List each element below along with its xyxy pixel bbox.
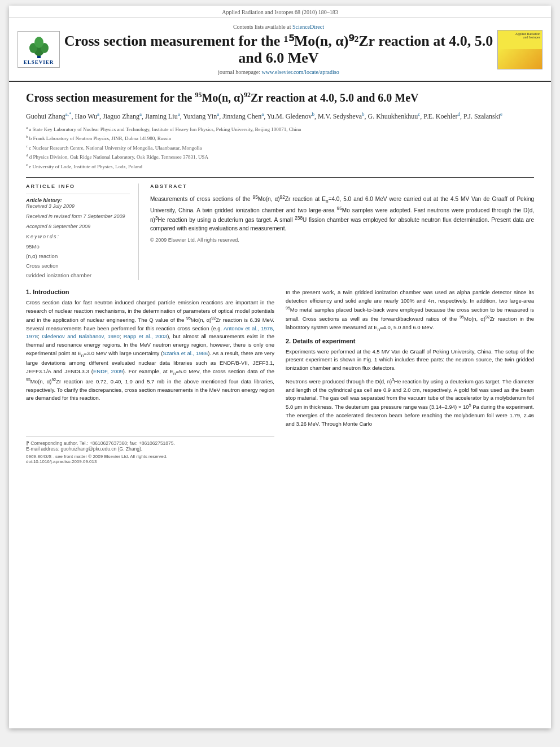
- journal-header: ELSEVIER Contents lists available at Sci…: [9, 18, 551, 82]
- journal-reference-bar: Applied Radiation and Isotopes 68 (2010)…: [9, 6, 551, 18]
- article-info-label: ARTICLE INFO: [26, 184, 130, 189]
- keyword-3: Cross section: [26, 261, 130, 270]
- affiliation-a: a a State Key Laboratory of Nuclear Phys…: [26, 125, 534, 133]
- affiliation-b: b b Frank Laboratory of Neutron Physics,…: [26, 134, 534, 142]
- keyword-4: Gridded ionization chamber: [26, 270, 130, 280]
- authors-list: Guohui Zhanga,*, Hao Wua, Jiaguo Zhanga,…: [26, 111, 534, 121]
- svg-point-4: [34, 37, 43, 48]
- keyword-2: (n,α) reaction: [26, 251, 130, 261]
- body-right-column: In the present work, a twin gridded ioni…: [286, 289, 534, 464]
- corresponding-author-note: ⁋ Corresponding author. Tel.: +861062763…: [26, 440, 274, 452]
- article-info-column: ARTICLE INFO Article history: Received 3…: [26, 184, 139, 280]
- keywords-section: Keywords: 95Mo (n,α) reaction Cross sect…: [26, 234, 130, 280]
- journal-title: Cross section measurement for the ¹⁵Mo(n…: [60, 32, 497, 67]
- footer-divider: [26, 436, 274, 437]
- keywords-label: Keywords:: [26, 234, 130, 239]
- abstract-column: ABSTRACT Measurements of cross sections …: [150, 184, 534, 280]
- contents-line: Contents lists available at ScienceDirec…: [60, 24, 497, 30]
- experiment-heading: 2. Details of experiment: [286, 338, 534, 344]
- journal-homepage: journal homepage: www.elsevier.com/locat…: [60, 69, 497, 75]
- abstract-label: ABSTRACT: [150, 184, 534, 189]
- received-date: Received 3 July 2009: [26, 203, 130, 209]
- keyword-1: 95Mo: [26, 242, 130, 251]
- homepage-link[interactable]: www.elsevier.com/locate/apradiso: [262, 69, 339, 75]
- experiment-text-1: Experiments were performed at the 4.5 MV…: [286, 348, 534, 373]
- copyright-notice: © 2009 Elsevier Ltd. All rights reserved…: [150, 237, 534, 243]
- introduction-heading: 1. Introduction: [26, 289, 274, 295]
- history-label: Article history:: [26, 198, 130, 203]
- copyright-ids: 0969-8043/$ - see front matter © 2009 El…: [26, 454, 274, 464]
- elsevier-text: ELSEVIER: [24, 59, 54, 65]
- introduction-text: Cross section data for fast neutron indu…: [26, 299, 274, 403]
- sciencedirect-link[interactable]: ScienceDirect: [292, 24, 324, 30]
- received-revised-date: Received in revised form 7 September 200…: [26, 213, 130, 219]
- article-title: Cross section measurement for the 95Mo(n…: [26, 90, 534, 105]
- journal-cover-image: Applied Radiationand Isotopes: [497, 30, 542, 69]
- doi: doi:10.1016/j.apradiso.2009.09.013: [26, 459, 274, 464]
- affiliation-e: e e University of Lodz, Institute of Phy…: [26, 162, 534, 171]
- accepted-date: Accepted 8 September 2009: [26, 224, 130, 229]
- keywords-list: 95Mo (n,α) reaction Cross section Gridde…: [26, 242, 130, 280]
- journal-reference: Applied Radiation and Isotopes 68 (2010)…: [222, 9, 338, 15]
- body-left-column: 1. Introduction Cross section data for f…: [26, 289, 274, 464]
- affiliations: a a State Key Laboratory of Nuclear Phys…: [26, 125, 534, 171]
- info-abstract-section: ARTICLE INFO Article history: Received 3…: [26, 177, 534, 280]
- header-center: Contents lists available at ScienceDirec…: [60, 24, 497, 75]
- cover-text: Applied Radiationand Isotopes: [515, 32, 540, 39]
- right-intro-text: In the present work, a twin gridded ioni…: [286, 289, 534, 333]
- footer-notes: ⁋ Corresponding author. Tel.: +861062763…: [26, 436, 274, 464]
- affiliation-c: c c Nuclear Research Centre, National Un…: [26, 143, 534, 152]
- abstract-text: Measurements of cross sections of the 95…: [150, 194, 534, 233]
- info-divider: [26, 194, 130, 194]
- body-content: 1. Introduction Cross section data for f…: [26, 289, 534, 464]
- experiment-text-2: Neutrons were produced through the D(d, …: [286, 377, 534, 429]
- affiliation-d: d d Physics Division, Oak Ridge National…: [26, 152, 534, 161]
- main-content: Cross section measurement for the 95Mo(n…: [9, 82, 551, 473]
- copyright-line: 0969-8043/$ - see front matter © 2009 El…: [26, 454, 274, 459]
- elsevier-logo: ELSEVIER: [18, 31, 60, 68]
- page: Applied Radiation and Isotopes 68 (2010)…: [9, 6, 551, 728]
